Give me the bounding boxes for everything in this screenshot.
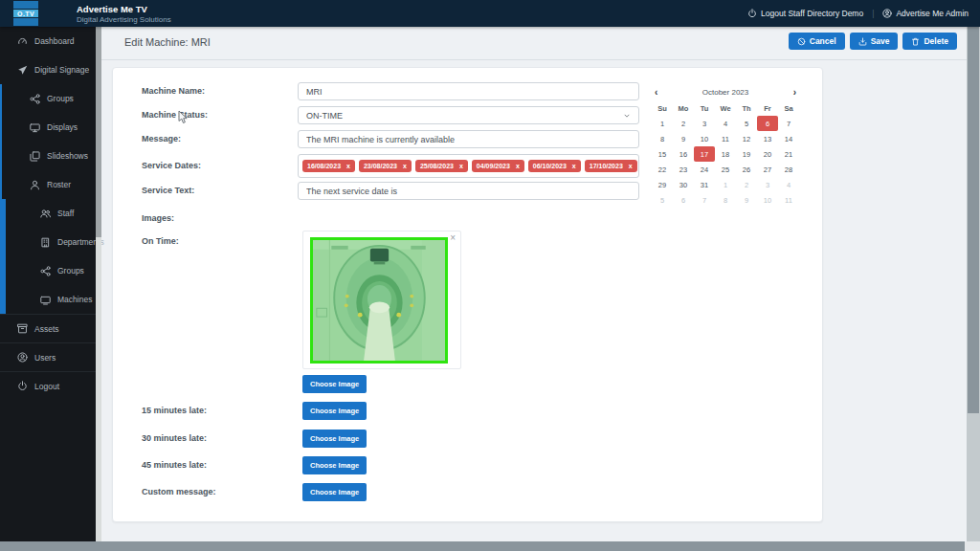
calendar-day[interactable]: 29 [652, 177, 673, 192]
sidebar-scrollbar-thumb[interactable] [96, 27, 101, 237]
calendar-day-selected[interactable]: 17 [694, 146, 715, 162]
trash-icon [911, 37, 920, 46]
calendar-day[interactable]: 2 [673, 116, 694, 131]
logout-link-label: Logout Staff Directory Demo [761, 9, 863, 18]
sidebar-item-logout[interactable]: Logout [0, 371, 96, 400]
calendar-day[interactable]: 4 [778, 177, 799, 192]
sidebar-nav: DashboardDigital SignageGroupsDisplaysSl… [0, 27, 96, 400]
message-input[interactable] [298, 130, 639, 148]
calendar-day[interactable]: 5 [736, 116, 757, 131]
calendar-day[interactable]: 7 [778, 116, 799, 131]
sidebar-item-staff[interactable]: Staff [0, 199, 96, 228]
choose-image-button-30-minutes-late[interactable]: Choose Image [302, 430, 367, 448]
calendar-day[interactable]: 19 [736, 146, 757, 162]
calendar-day[interactable]: 2 [736, 177, 757, 192]
sidebar-item-assets[interactable]: Assets [0, 314, 96, 342]
sidebar-item-departments[interactable]: Departments [0, 228, 96, 256]
topbar-right: Logout Staff Directory Demo | Advertise … [747, 0, 969, 27]
delete-button[interactable]: Delete [902, 33, 957, 50]
sidebar-item-users[interactable]: Users [0, 342, 96, 371]
sidebar-item-groups[interactable]: Groups [0, 84, 96, 113]
calendar-day[interactable]: 16 [673, 146, 694, 162]
calendar-day[interactable]: 3 [694, 116, 715, 131]
calendar-day[interactable]: 12 [736, 131, 757, 146]
calendar-day[interactable]: 6 [673, 192, 694, 208]
image-row-45-minutes-late: 45 minutes late:Choose Image [113, 456, 822, 481]
sidebar-item-label: Logout [34, 382, 59, 391]
calendar-day[interactable]: 18 [715, 146, 736, 162]
save-button[interactable]: Save [850, 33, 899, 50]
calendar-day[interactable]: 1 [715, 177, 736, 192]
chip-remove-button[interactable]: x [346, 163, 350, 169]
horizontal-scrollbar-thumb[interactable] [0, 541, 965, 551]
sidebar-item-displays[interactable]: Displays [0, 113, 96, 142]
calendar-day[interactable]: 9 [736, 192, 757, 208]
calendar-day[interactable]: 28 [778, 162, 799, 177]
chip-remove-button[interactable]: x [629, 163, 633, 169]
calendar-day[interactable]: 24 [694, 162, 715, 177]
sidebar-item-dashboard[interactable]: Dashboard [0, 27, 96, 55]
account-menu[interactable]: Advertise Me Admin [882, 9, 969, 18]
calendar-next-button[interactable]: › [791, 87, 799, 98]
calendar-prev-button[interactable]: ‹ [652, 87, 660, 98]
logout-link[interactable]: Logout Staff Directory Demo [747, 9, 863, 18]
calendar-day[interactable]: 11 [715, 131, 736, 146]
calendar-day[interactable]: 15 [652, 146, 673, 162]
calendar-day[interactable]: 31 [694, 177, 715, 192]
service-date-chip: 17/10/2023x [585, 160, 637, 172]
service-dates-field[interactable]: 16/08/2023x23/08/2023x25/08/2023x04/09/2… [298, 154, 639, 178]
machine-name-input[interactable] [298, 82, 639, 100]
sidebar-item-digital-signage[interactable]: Digital Signage [0, 55, 96, 84]
calendar-day[interactable]: 25 [715, 162, 736, 177]
calendar-day[interactable]: 14 [778, 131, 799, 146]
calendar-day[interactable]: 5 [652, 192, 673, 208]
vertical-scrollbar[interactable] [967, 27, 980, 541]
calendar-day[interactable]: 21 [778, 146, 799, 162]
calendar-day[interactable]: 26 [736, 162, 757, 177]
user-icon [30, 180, 40, 190]
sidebar-item-roster[interactable]: Roster [0, 170, 96, 199]
calendar-day[interactable]: 9 [673, 131, 694, 146]
brand-block: Advertise Me TV Digital Advertising Solu… [77, 4, 171, 24]
vertical-scrollbar-thumb[interactable] [968, 27, 979, 413]
calendar-day[interactable]: 3 [757, 177, 778, 192]
on-time-image-selected-frame[interactable] [310, 237, 448, 364]
topbar-divider: | [872, 9, 874, 18]
chip-remove-button[interactable]: x [516, 163, 520, 169]
sidebar-item-groups[interactable]: Groups [0, 256, 96, 285]
chip-remove-button[interactable]: x [403, 163, 407, 169]
service-text-input[interactable] [298, 182, 639, 200]
calendar-day[interactable]: 30 [673, 177, 694, 192]
sidebar-scrollbar[interactable] [96, 27, 101, 541]
chip-remove-button[interactable]: x [572, 163, 576, 169]
calendar-day[interactable]: 8 [715, 192, 736, 208]
calendar-day[interactable]: 1 [652, 116, 673, 131]
choose-image-button-custom-message[interactable]: Choose Image [302, 483, 367, 501]
calendar-day[interactable]: 10 [694, 131, 715, 146]
calendar-day[interactable]: 10 [757, 192, 778, 208]
chip-remove-button[interactable]: x [459, 163, 463, 169]
calendar-day[interactable]: 22 [652, 162, 673, 177]
horizontal-scrollbar[interactable] [0, 541, 980, 551]
machine-status-select[interactable]: ON-TIME [298, 106, 639, 124]
calendar-day[interactable]: 8 [652, 131, 673, 146]
calendar-day[interactable]: 4 [715, 116, 736, 131]
sidebar-item-machines[interactable]: Machines [0, 285, 96, 314]
choose-image-button-15-minutes-late[interactable]: Choose Image [302, 402, 367, 420]
mri-scanner-photo [313, 240, 445, 361]
calendar-day[interactable]: 27 [757, 162, 778, 177]
calendar-day[interactable]: 11 [778, 192, 799, 208]
sidebar-item-label: Dashboard [34, 36, 75, 46]
chip-date-label: 17/10/2023 [590, 163, 623, 169]
choose-image-button-45-minutes-late[interactable]: Choose Image [302, 456, 367, 474]
calendar-day[interactable]: 23 [673, 162, 694, 177]
image-row-label: Custom message: [142, 487, 216, 496]
choose-image-button-on-time[interactable]: Choose Image [302, 375, 367, 393]
sidebar-item-slideshows[interactable]: Slideshows [0, 142, 96, 170]
cancel-button[interactable]: Cancel [789, 33, 845, 50]
remove-image-button[interactable]: × [450, 232, 456, 243]
calendar-day[interactable]: 20 [757, 146, 778, 162]
calendar-day[interactable]: 7 [694, 192, 715, 208]
calendar-day-selected[interactable]: 6 [757, 116, 778, 131]
calendar-day[interactable]: 13 [757, 131, 778, 146]
